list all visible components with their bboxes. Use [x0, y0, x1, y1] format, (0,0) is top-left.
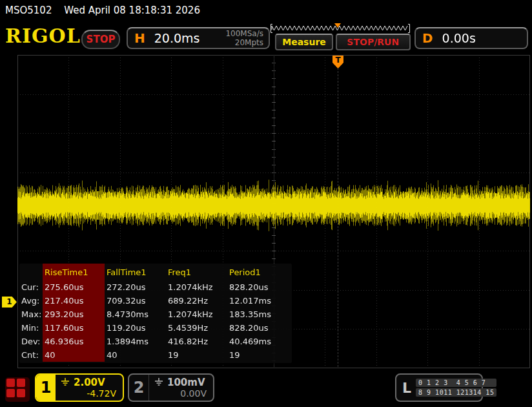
- measurement-value: 40: [43, 348, 105, 362]
- timebase-value: 20.0ms: [154, 31, 226, 45]
- delay-label: D: [422, 30, 433, 46]
- row-label: Dev:: [19, 335, 43, 348]
- row-label: Avg:: [19, 294, 43, 308]
- channel1-number: 1: [36, 375, 56, 401]
- channel1-offset: -4.72V: [61, 388, 116, 399]
- measurement-panel[interactable]: RiseTime1 FallTime1 Freq1 Period1 Cur: 2…: [19, 264, 292, 363]
- oscilloscope-screen: MSO5102 Wed April 08 18:18:31 2026 RIGOL…: [0, 0, 532, 407]
- measurement-value: 275.60us: [43, 280, 105, 294]
- row-label: Cur:: [19, 280, 43, 294]
- horizontal-label: H: [134, 30, 145, 46]
- logic-analyzer-label: L: [402, 380, 411, 396]
- measurement-value: 46.936us: [43, 335, 105, 348]
- waveform-preview-strip[interactable]: [270, 23, 411, 34]
- menu-grid-icon: [17, 379, 25, 387]
- measure-button[interactable]: Measure: [275, 34, 333, 50]
- stop-run-button[interactable]: STOP/RUN: [336, 34, 411, 50]
- digital-channels-row1: 0 1 2 3 4 5 6 7: [416, 379, 496, 387]
- rigol-logo: RIGOL: [5, 25, 81, 47]
- datetime: Wed April 08 18:18:31 2026: [64, 5, 200, 16]
- measurement-value: 272.20us: [105, 280, 166, 294]
- channel1-offset-marker[interactable]: 1: [2, 297, 17, 308]
- measurement-value: 828.20us: [227, 321, 289, 335]
- measurement-value: 40.469ms: [227, 335, 289, 348]
- row-label: Cnt:: [19, 348, 43, 362]
- measurement-corner: [19, 264, 43, 280]
- menu-grid-icon: [17, 389, 25, 397]
- menu-grid-button[interactable]: [5, 377, 30, 402]
- measurement-value: 689.22Hz: [166, 294, 227, 308]
- channel1-scale: 2.00V: [74, 377, 105, 388]
- measurement-value: 1.2074kHz: [166, 308, 227, 321]
- channel2-scale: 100mV: [167, 377, 205, 388]
- channel1-status-box[interactable]: 1 2.00V -4.72V: [35, 373, 124, 402]
- run-state-badge: STOP: [81, 30, 120, 49]
- measurement-value: 12.017ms: [227, 294, 289, 308]
- menu-grid-icon: [6, 379, 15, 387]
- measurement-value: 709.32us: [105, 294, 166, 308]
- horizontal-settings-box[interactable]: H 20.0ms 100MSa/s 20Mpts: [127, 27, 270, 49]
- measurement-header: RiseTime1: [43, 264, 105, 280]
- delay-value: 0.00s: [442, 31, 527, 45]
- row-label: Max:: [19, 308, 43, 321]
- measurement-value: 8.4730ms: [105, 308, 166, 321]
- measurement-value: 40: [105, 348, 166, 362]
- measurement-value: 119.20us: [105, 321, 166, 335]
- measurement-header: Freq1: [166, 264, 227, 280]
- memory-depth: 20Mpts: [235, 38, 263, 47]
- acquisition-info: 100MSa/s 20Mpts: [225, 29, 263, 47]
- measurement-value: 183.35ms: [227, 308, 289, 321]
- measurement-value: 416.82Hz: [166, 335, 227, 348]
- top-status-bar: MSO5102 Wed April 08 18:18:31 2026: [0, 0, 532, 21]
- measurement-value: 828.20us: [227, 280, 289, 294]
- measurement-header: FallTime1: [105, 264, 166, 280]
- row-label: Min:: [19, 321, 43, 335]
- measurement-value: 117.60us: [43, 321, 105, 335]
- digital-channels-row2: 8 9 1011 121314 15: [416, 388, 496, 397]
- measurement-value: 1.3894ms: [105, 335, 166, 348]
- menu-grid-icon: [6, 389, 15, 397]
- model-name: MSO5102: [5, 5, 52, 16]
- measurement-value: 19: [227, 348, 289, 362]
- sample-rate: 100MSa/s: [225, 29, 263, 38]
- logic-analyzer-status-box[interactable]: L 0 1 2 3 4 5 6 7 8 9 1011 121314 15: [395, 373, 483, 402]
- channel2-status-box[interactable]: 2 100mV 0.00V: [128, 373, 214, 402]
- channel2-number: 2: [129, 375, 149, 401]
- channel2-offset: 0.00V: [154, 388, 207, 399]
- measurement-value: 5.4539Hz: [166, 321, 227, 335]
- ground-coupling-icon: [154, 377, 163, 388]
- ground-coupling-icon: [61, 377, 70, 388]
- measurement-value: 1.2074kHz: [166, 280, 227, 294]
- measurement-header: Period1: [227, 264, 289, 280]
- measurement-value: 19: [166, 348, 227, 362]
- measurement-value: 293.20us: [43, 308, 105, 321]
- measurement-value: 217.40us: [43, 294, 105, 308]
- delay-settings-box[interactable]: D 0.00s: [414, 27, 528, 49]
